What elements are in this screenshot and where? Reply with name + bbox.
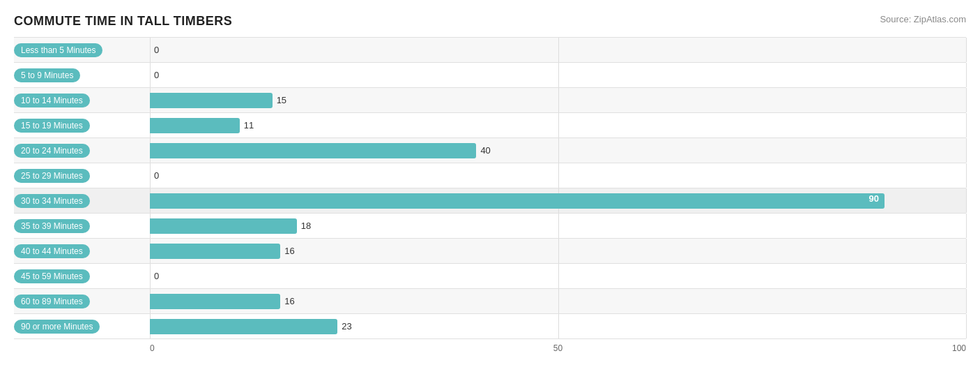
bar-row: 10 to 14 Minutes15 xyxy=(14,87,966,112)
bar-fill xyxy=(150,294,280,309)
bar-row: 35 to 39 Minutes18 xyxy=(14,213,966,238)
label-cell: 15 to 19 Minutes xyxy=(14,119,150,133)
bar-track: 90 xyxy=(150,188,966,213)
bar-cell: 11 xyxy=(150,113,966,137)
bar-cell: 0 xyxy=(150,38,966,62)
bar-track: 15 xyxy=(150,88,966,112)
bar-track: 0 xyxy=(150,163,966,188)
bar-cell: 15 xyxy=(150,88,966,112)
axis-row: 050100 xyxy=(14,338,966,358)
chart-body: Less than 5 Minutes05 to 9 Minutes010 to… xyxy=(14,37,966,358)
bar-label: 25 to 29 Minutes xyxy=(14,169,90,183)
bar-row: 25 to 29 Minutes0 xyxy=(14,163,966,188)
chart-header: COMMUTE TIME IN TALL TIMBERS Source: Zip… xyxy=(14,14,966,29)
label-cell: 5 to 9 Minutes xyxy=(14,68,150,82)
bar-label: 45 to 59 Minutes xyxy=(14,269,90,283)
bar-value: 0 xyxy=(154,45,159,55)
bar-value: 15 xyxy=(277,95,286,105)
label-cell: 10 to 14 Minutes xyxy=(14,94,150,107)
bar-row: 30 to 34 Minutes90 xyxy=(14,188,966,213)
bar-cell: 0 xyxy=(150,163,966,188)
label-cell: 30 to 34 Minutes xyxy=(14,194,150,208)
axis-tick-label: 0 xyxy=(150,343,155,353)
bar-fill xyxy=(150,218,297,234)
bar-row: 15 to 19 Minutes11 xyxy=(14,112,966,137)
bar-value: 90 xyxy=(868,193,878,204)
bar-label: 90 or more Minutes xyxy=(14,320,100,334)
bar-track: 0 xyxy=(150,38,966,62)
bar-cell: 16 xyxy=(150,239,966,263)
bar-label: 10 to 14 Minutes xyxy=(14,94,90,107)
axis-tick-label: 100 xyxy=(952,343,966,353)
bar-track: 0 xyxy=(150,264,966,288)
bar-value: 0 xyxy=(154,271,159,281)
bar-fill xyxy=(150,93,273,108)
bar-fill: 90 xyxy=(150,193,885,209)
label-cell: 35 to 39 Minutes xyxy=(14,219,150,233)
bar-value: 40 xyxy=(480,145,490,156)
bar-cell: 0 xyxy=(150,63,966,87)
label-cell: 45 to 59 Minutes xyxy=(14,269,150,283)
label-cell: 90 or more Minutes xyxy=(14,320,150,334)
bar-row: 40 to 44 Minutes16 xyxy=(14,238,966,263)
label-cell: 20 to 24 Minutes xyxy=(14,144,150,158)
bar-row: 60 to 89 Minutes16 xyxy=(14,288,966,313)
bar-track: 23 xyxy=(150,314,966,338)
label-cell: 25 to 29 Minutes xyxy=(14,169,150,183)
label-cell: Less than 5 Minutes xyxy=(14,43,150,57)
bar-cell: 0 xyxy=(150,264,966,288)
bar-row: 5 to 9 Minutes0 xyxy=(14,62,966,87)
bar-row: 90 or more Minutes23 xyxy=(14,313,966,338)
bar-fill xyxy=(150,244,280,259)
bar-label: 15 to 19 Minutes xyxy=(14,119,90,133)
chart-container: COMMUTE TIME IN TALL TIMBERS Source: Zip… xyxy=(0,7,980,365)
bar-track: 40 xyxy=(150,138,966,163)
bar-cell: 23 xyxy=(150,314,966,338)
bar-track: 16 xyxy=(150,239,966,263)
bar-row: Less than 5 Minutes0 xyxy=(14,37,966,62)
bar-label: 20 to 24 Minutes xyxy=(14,144,90,158)
bar-value: 0 xyxy=(154,170,159,181)
bar-label: 5 to 9 Minutes xyxy=(14,68,80,82)
bar-cell: 18 xyxy=(150,214,966,238)
bar-track: 0 xyxy=(150,63,966,87)
axis-tick-label: 50 xyxy=(553,343,562,353)
bar-cell: 16 xyxy=(150,289,966,313)
bar-cell: 90 xyxy=(150,188,966,213)
chart-source: Source: ZipAtlas.com xyxy=(880,14,966,24)
bar-fill xyxy=(150,118,240,133)
bar-value: 11 xyxy=(244,120,254,131)
bar-label: Less than 5 Minutes xyxy=(14,43,102,57)
bar-label: 30 to 34 Minutes xyxy=(14,194,90,208)
bar-row: 20 to 24 Minutes40 xyxy=(14,137,966,163)
bar-value: 23 xyxy=(342,321,351,332)
axis-ticks: 050100 xyxy=(150,339,966,358)
bar-label: 40 to 44 Minutes xyxy=(14,244,90,258)
label-cell: 40 to 44 Minutes xyxy=(14,244,150,258)
bar-track: 11 xyxy=(150,113,966,137)
chart-title: COMMUTE TIME IN TALL TIMBERS xyxy=(14,14,232,29)
bar-track: 18 xyxy=(150,214,966,238)
bar-cell: 40 xyxy=(150,138,966,163)
label-cell: 60 to 89 Minutes xyxy=(14,295,150,308)
bar-value: 0 xyxy=(154,70,159,80)
bar-fill xyxy=(150,143,476,158)
bar-fill xyxy=(150,319,337,334)
bar-value: 16 xyxy=(284,246,294,256)
bar-value: 16 xyxy=(284,296,294,306)
bar-track: 16 xyxy=(150,289,966,313)
bar-label: 35 to 39 Minutes xyxy=(14,219,90,233)
bar-label: 60 to 89 Minutes xyxy=(14,295,90,308)
bar-value: 18 xyxy=(301,221,311,231)
bar-row: 45 to 59 Minutes0 xyxy=(14,263,966,288)
